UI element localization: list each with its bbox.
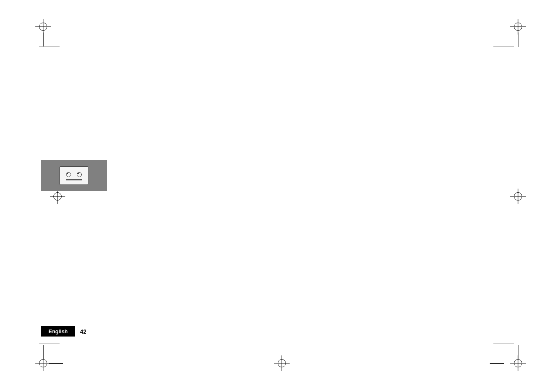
cassette-reels	[66, 172, 82, 177]
reg-line-v	[518, 345, 518, 359]
border-line-top-left	[39, 46, 60, 47]
cassette-reel-left	[66, 172, 71, 177]
language-badge: English	[41, 326, 75, 337]
cassette-image	[41, 160, 107, 191]
reg-line-h	[490, 363, 504, 364]
crosshair-icon	[39, 23, 47, 31]
border-line-bottom-right	[493, 343, 514, 344]
cassette-slot	[66, 179, 82, 180]
reg-line-v	[43, 32, 44, 47]
border-line-top-right	[493, 46, 514, 47]
reg-line-h	[49, 27, 63, 27]
crosshair-icon	[514, 192, 522, 201]
reg-line-v	[43, 345, 44, 359]
crosshair-icon	[53, 192, 62, 201]
reg-line-h	[49, 363, 63, 364]
crosshair-icon	[278, 359, 286, 367]
cassette-reel-right	[77, 172, 82, 177]
crosshair-icon	[514, 359, 522, 367]
reg-line-h	[490, 27, 504, 27]
border-line-bottom-left	[39, 343, 60, 344]
page-number: 42	[80, 328, 87, 335]
crosshair-icon	[514, 23, 522, 31]
footer-bar: English 42	[41, 326, 87, 337]
crosshair-icon	[39, 359, 47, 367]
reg-line-v	[518, 32, 518, 47]
cassette-icon	[60, 166, 88, 185]
